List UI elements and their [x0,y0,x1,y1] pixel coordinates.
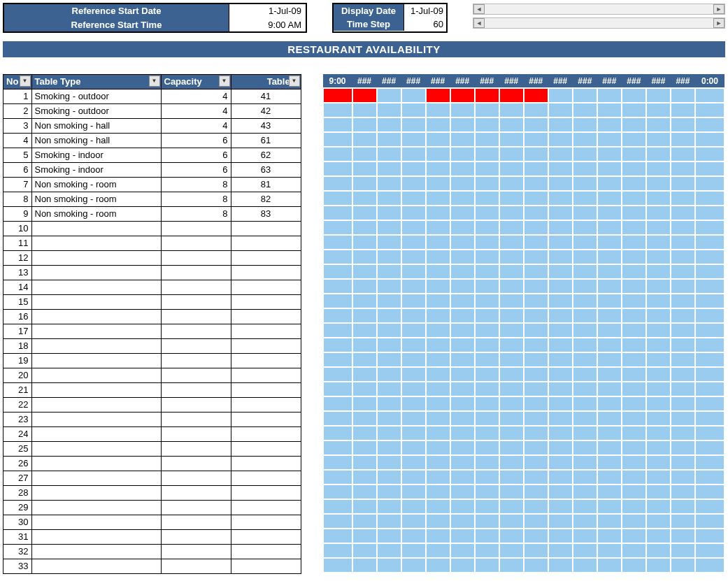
grid-cell[interactable] [573,117,597,132]
cell-capacity[interactable] [161,265,231,280]
col-header-no[interactable]: No ▼ [3,75,31,89]
grid-cell[interactable] [524,470,548,485]
grid-cell[interactable] [597,485,622,499]
grid-cell[interactable] [524,206,548,220]
grid-cell[interactable] [401,220,426,235]
grid-cell[interactable] [475,103,499,117]
grid-cell[interactable] [426,396,450,411]
grid-cell[interactable] [671,485,695,499]
grid-cell[interactable] [524,352,548,367]
grid-cell[interactable] [622,323,646,338]
grid-cell[interactable] [426,308,450,323]
grid-cell[interactable] [622,411,646,426]
grid-cell[interactable] [695,117,725,132]
cell-capacity[interactable] [161,397,231,412]
cell-no[interactable]: 30 [3,515,31,529]
grid-cell[interactable] [695,485,725,499]
cell-table-num[interactable] [231,265,301,280]
grid-cell[interactable] [450,514,475,529]
filter-dropdown-icon[interactable]: ▼ [149,76,160,87]
grid-cell[interactable] [352,455,377,470]
grid-cell[interactable] [597,162,622,176]
cell-type[interactable]: Smoking - outdoor [31,103,161,118]
grid-cell[interactable] [646,250,671,264]
grid-cell[interactable] [426,440,450,455]
grid-cell[interactable] [524,308,548,323]
grid-cell[interactable] [475,250,499,264]
cell-table-num[interactable] [231,441,301,456]
grid-cell[interactable] [597,220,622,235]
grid-cell[interactable] [695,162,725,176]
cell-capacity[interactable] [161,338,231,353]
grid-cell[interactable] [352,514,377,529]
cell-no[interactable]: 1 [3,89,31,103]
grid-cell[interactable] [499,529,524,543]
grid-cell[interactable] [426,485,450,499]
grid-cell[interactable] [622,117,646,132]
grid-cell[interactable] [671,132,695,147]
cell-table-num[interactable] [231,515,301,529]
grid-cell[interactable] [597,543,622,558]
grid-cell[interactable] [597,147,622,162]
grid-cell[interactable] [377,323,401,338]
grid-cell[interactable] [622,235,646,250]
grid-cell[interactable] [401,235,426,250]
grid-cell[interactable] [499,176,524,191]
grid-cell[interactable] [524,176,548,191]
grid-cell[interactable] [573,176,597,191]
grid-cell[interactable] [622,132,646,147]
grid-cell[interactable] [671,147,695,162]
scroll-track[interactable] [485,18,713,28]
cell-table-num[interactable]: 42 [231,103,301,118]
grid-cell[interactable] [450,543,475,558]
cell-capacity[interactable]: 6 [161,148,231,162]
grid-cell[interactable] [646,396,671,411]
grid-cell[interactable] [622,499,646,514]
ref-start-date-value[interactable]: 1-Jul-09 [229,4,306,18]
cell-type[interactable] [31,309,161,324]
grid-cell[interactable] [450,308,475,323]
grid-cell[interactable] [323,323,352,338]
grid-cell[interactable] [499,206,524,220]
grid-cell[interactable] [401,323,426,338]
grid-cell[interactable] [352,176,377,191]
grid-cell[interactable] [695,220,725,235]
cell-table-num[interactable] [231,544,301,559]
grid-cell[interactable] [352,279,377,294]
col-header-capacity[interactable]: Capacity ▼ [161,75,231,89]
grid-cell[interactable] [597,323,622,338]
grid-cell[interactable] [671,191,695,206]
table-row[interactable]: 9Non smoking - room883 [3,206,301,221]
grid-cell[interactable] [450,220,475,235]
cell-capacity[interactable] [161,324,231,338]
grid-cell[interactable] [475,88,499,103]
grid-cell[interactable] [401,308,426,323]
grid-cell[interactable] [573,426,597,440]
grid-cell[interactable] [671,162,695,176]
grid-cell[interactable] [401,499,426,514]
grid-cell[interactable] [597,455,622,470]
grid-cell[interactable] [401,279,426,294]
cell-capacity[interactable] [161,412,231,426]
grid-cell[interactable] [499,470,524,485]
grid-cell[interactable] [597,250,622,264]
grid-cell[interactable] [573,220,597,235]
cell-table-num[interactable] [231,412,301,426]
grid-cell[interactable] [646,352,671,367]
table-row[interactable]: 19 [3,353,301,368]
grid-cell[interactable] [323,279,352,294]
grid-cell[interactable] [401,558,426,573]
cell-no[interactable]: 8 [3,192,31,206]
cell-table-num[interactable] [231,500,301,515]
grid-cell[interactable] [323,338,352,352]
grid-cell[interactable] [646,426,671,440]
grid-cell[interactable] [450,191,475,206]
grid-cell[interactable] [646,264,671,279]
grid-cell[interactable] [695,426,725,440]
cell-table-num[interactable] [231,382,301,397]
grid-cell[interactable] [426,455,450,470]
cell-type[interactable] [31,236,161,250]
grid-cell[interactable] [597,132,622,147]
grid-cell[interactable] [475,426,499,440]
grid-cell[interactable] [548,176,573,191]
